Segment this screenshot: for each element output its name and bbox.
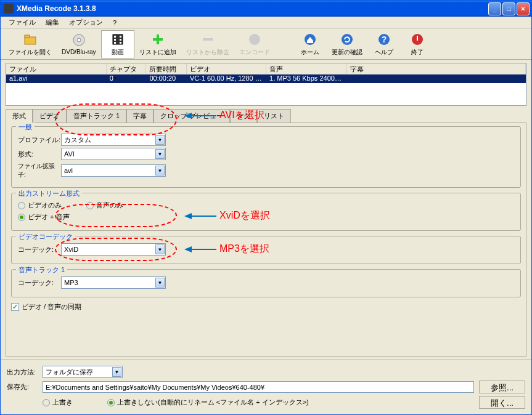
file-row[interactable]: a1.avi000:00:20VC-1 60.00 Hz, 1280 x 72.… — [6, 75, 526, 83]
menu-item[interactable]: ファイル — [4, 17, 41, 28]
tab[interactable]: ビデオ — [33, 109, 67, 123]
radio-video-only[interactable]: ビデオのみ — [18, 201, 62, 210]
file-cell-duration: 00:00:20 — [146, 75, 187, 83]
film-icon — [110, 32, 125, 47]
minus-icon — [200, 32, 215, 47]
maximize-button[interactable]: □ — [502, 2, 515, 15]
output-method-combo[interactable]: フォルダに保存 ▼ — [43, 366, 123, 378]
minimize-button[interactable]: _ — [488, 2, 501, 15]
tab[interactable]: 字幕 — [126, 109, 153, 123]
format-value: AVI — [64, 150, 75, 158]
radio-no-overwrite[interactable]: 上書きしない(自動的にリネーム <ファイル名 + インデックス>) — [107, 398, 309, 407]
toolbar-film[interactable]: 動画 — [101, 30, 134, 58]
chevron-down-icon: ▼ — [155, 166, 165, 175]
toolbar: ファイルを開くDVD/Blu-ray動画リストに追加リストから除去エンコードホー… — [1, 29, 531, 60]
chevron-down-icon: ▼ — [155, 149, 165, 159]
radio-icon — [86, 202, 94, 209]
radio-audio-only[interactable]: 音声のみ — [86, 201, 123, 210]
file-cell-chapter: 0 — [107, 75, 147, 83]
menu-item[interactable]: ? — [108, 18, 121, 28]
chevron-down-icon: ▼ — [155, 135, 165, 145]
vcodec-value: XviD — [64, 246, 78, 253]
toolbar-home[interactable]: ホーム — [293, 30, 327, 58]
toolbar-exit[interactable]: 終了 — [401, 30, 434, 58]
format-combo[interactable]: AVI ▼ — [61, 148, 166, 160]
radio-icon — [18, 214, 25, 221]
encode-icon — [247, 32, 262, 47]
tab-panel-format: 一般 プロファイル: カスタム ▼ 形式: AVI ▼ — [6, 123, 526, 357]
menu-item[interactable]: オプション — [64, 17, 108, 28]
toolbar-disc[interactable]: DVD/Blu-ray — [57, 30, 101, 58]
svg-rect-12 — [153, 38, 163, 41]
output-method-value: フォルダに保存 — [46, 368, 93, 377]
svg-text:?: ? — [381, 34, 387, 44]
sync-label: ビデオ / 音声の同期 — [22, 302, 81, 312]
close-button[interactable]: × — [517, 2, 530, 15]
radio-video-audio[interactable]: ビデオ + 音声 — [18, 212, 70, 222]
annotation-xvid: XviDを選択 — [219, 209, 270, 222]
chevron-down-icon: ▼ — [112, 367, 121, 377]
column-header[interactable]: 字幕 — [347, 63, 526, 75]
svg-rect-0 — [25, 37, 36, 44]
ext-label: ファイル拡張子: — [18, 162, 61, 179]
radio-overwrite[interactable]: 上書き — [43, 398, 73, 407]
svg-rect-5 — [114, 36, 116, 38]
acodec-combo[interactable]: MP3 ▼ — [61, 276, 166, 289]
refresh-icon — [340, 32, 354, 47]
acodec-value: MP3 — [64, 279, 78, 286]
browse-button[interactable]: 参照... — [479, 381, 525, 393]
file-cell-video: VC-1 60.00 Hz, 1280 x 72... — [187, 75, 266, 83]
titlebar: XMedia Recode 3.1.3.8 _ □ × — [1, 1, 531, 17]
vcodec-combo[interactable]: XviD ▼ — [61, 243, 166, 256]
radio-icon — [18, 202, 25, 209]
radio-label: ビデオ + 音声 — [28, 212, 70, 222]
svg-rect-7 — [114, 42, 116, 44]
column-header[interactable]: 音声 — [266, 63, 347, 75]
radio-icon — [43, 399, 50, 406]
profile-value: カスタム — [64, 135, 91, 145]
dest-label: 保存先: — [7, 382, 38, 392]
toolbar-minus: リストから除去 — [181, 30, 234, 58]
profile-label: プロファイル: — [18, 135, 61, 145]
toolbar-folder[interactable]: ファイルを開く — [4, 30, 57, 58]
profile-combo[interactable]: カスタム ▼ — [61, 134, 166, 146]
dest-value: E:¥Documents and Settings¥saito¥My Docum… — [46, 384, 264, 391]
toolbar-refresh[interactable]: 更新の確認 — [327, 30, 367, 58]
svg-rect-20 — [417, 36, 418, 41]
menubar: ファイル編集オプション? — [1, 17, 531, 29]
sync-checkbox[interactable]: ✓ ビデオ / 音声の同期 — [11, 302, 521, 312]
toolbar-help[interactable]: ?ヘルプ — [367, 30, 401, 58]
radio-label: 上書き — [52, 398, 73, 407]
file-list[interactable]: ファイルチャプター所要時間ビデオ音声字幕 a1.avi000:00:20VC-1… — [6, 63, 526, 106]
chevron-down-icon: ▼ — [155, 244, 165, 254]
format-label: 形式: — [18, 150, 61, 159]
tab[interactable]: 音声トラック 1 — [67, 109, 126, 123]
svg-rect-1 — [25, 35, 30, 38]
radio-label: 音声のみ — [96, 201, 123, 210]
toolbar-plus[interactable]: リストに追加 — [134, 30, 181, 58]
column-header[interactable]: ビデオ — [187, 63, 266, 75]
file-cell-audio: 1. MP3 56 Kbps 24000 Hz ... — [266, 75, 347, 83]
menu-item[interactable]: 編集 — [41, 17, 64, 28]
annotation-avi: AVIを選択 — [219, 109, 264, 122]
ext-combo[interactable]: avi ▼ — [61, 164, 166, 177]
output-method-label: 出力方法: — [7, 368, 38, 377]
app-icon — [4, 4, 14, 14]
disc-icon — [72, 33, 86, 47]
acodec-label: コーデック: — [18, 278, 61, 288]
open-button[interactable]: 開く... — [479, 396, 525, 409]
toolbar-encode: エンコード — [234, 30, 275, 58]
file-cell-subtitle — [347, 75, 526, 83]
fieldset-output-legend: 出力ストリーム形式 — [16, 189, 82, 198]
radio-icon — [107, 399, 115, 406]
column-header[interactable]: 所要時間 — [146, 63, 187, 75]
ext-value: avi — [64, 167, 73, 174]
radio-label: 上書きしない(自動的にリネーム <ファイル名 + インデックス>) — [117, 398, 309, 407]
column-header[interactable]: ファイル — [6, 63, 107, 75]
column-header[interactable]: チャプター — [107, 63, 147, 75]
dest-input[interactable]: E:¥Documents and Settings¥saito¥My Docum… — [43, 381, 474, 393]
svg-rect-8 — [120, 36, 121, 38]
help-icon: ? — [377, 32, 391, 47]
tab[interactable]: 形式 — [6, 109, 33, 123]
fieldset-general-legend: 一般 — [16, 123, 35, 132]
